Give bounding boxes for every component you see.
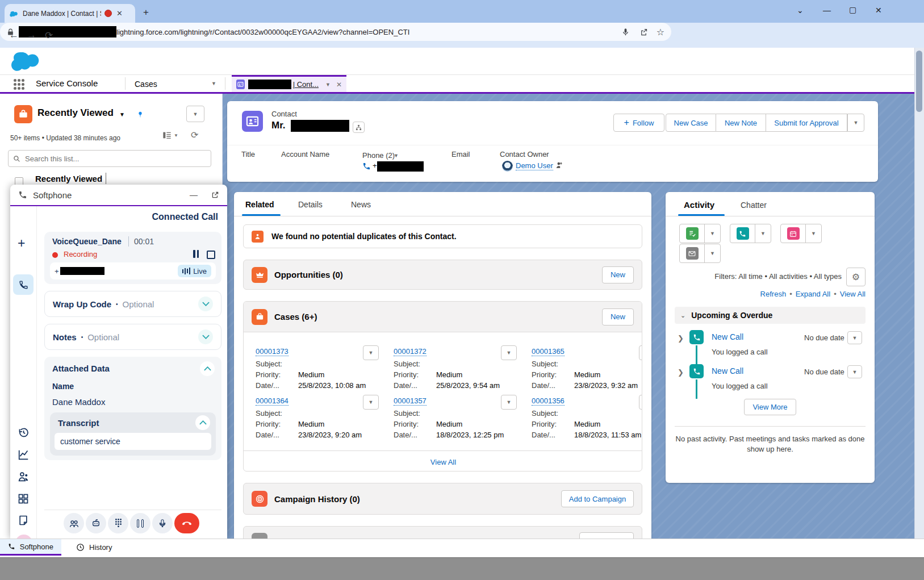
notes-expand-chevron-icon[interactable] xyxy=(198,329,213,344)
partial-section-button[interactable] xyxy=(579,532,634,539)
softphone-header[interactable]: Softphone — xyxy=(10,185,227,206)
dialpad-icon[interactable] xyxy=(108,513,128,533)
browser-tab[interactable]: Dane Maddox | Contact | Sal ✕ xyxy=(5,4,135,23)
rail-history-icon[interactable] xyxy=(18,427,30,439)
pin-icon[interactable] xyxy=(133,107,148,122)
campaign-history-title[interactable]: Campaign History (0) xyxy=(274,494,360,504)
owner-link[interactable]: Demo User xyxy=(516,161,553,170)
submit-for-approval-button[interactable]: Submit for Approval xyxy=(766,114,847,132)
activity-filter-gear-icon[interactable]: ⚙ xyxy=(846,268,866,286)
reload-icon[interactable]: ⟳ xyxy=(45,30,53,41)
case-row-actions[interactable]: ▼ xyxy=(501,345,517,360)
cases-view-all-link[interactable]: View All xyxy=(430,458,456,466)
new-task-button-group[interactable]: ▼ xyxy=(679,224,721,243)
tab-activity[interactable]: Activity xyxy=(684,200,714,210)
new-task-dropdown-icon[interactable]: ▼ xyxy=(705,224,720,243)
email-button-group[interactable]: ▼ xyxy=(679,244,721,263)
back-icon[interactable]: ← xyxy=(9,30,19,41)
add-to-campaign-button[interactable]: Add to Campaign xyxy=(561,490,634,507)
tab-chatter[interactable]: Chatter xyxy=(741,201,767,210)
hold-pause-icon[interactable] xyxy=(130,513,150,533)
view-more-button[interactable]: View More xyxy=(744,399,796,415)
wrapup-expand-chevron-icon[interactable] xyxy=(198,297,213,311)
campaign-history-section[interactable]: Campaign History (0) Add to Campaign xyxy=(243,483,642,515)
agent-avatar[interactable]: DM xyxy=(15,535,32,539)
more-actions-chevron-icon[interactable]: ▼ xyxy=(847,114,864,132)
mute-mic-icon[interactable] xyxy=(152,513,173,533)
case-link[interactable]: 00001372 xyxy=(394,347,427,356)
list-view-chevron-icon[interactable]: ▼ xyxy=(119,111,125,118)
case-row-actions[interactable]: ▼ xyxy=(501,395,517,410)
activity-item-title[interactable]: New Call xyxy=(712,332,743,341)
opportunities-section[interactable]: Opportunities (0) New xyxy=(243,260,642,290)
tab-details[interactable]: Details xyxy=(298,200,323,209)
utility-history-tab[interactable]: History xyxy=(70,539,118,556)
tab-related[interactable]: Related xyxy=(245,200,274,209)
log-call-dropdown-icon[interactable]: ▼ xyxy=(755,224,771,243)
activity-item-actions[interactable]: ▼ xyxy=(847,365,862,378)
log-call-button[interactable] xyxy=(730,224,755,243)
case-row-actions[interactable]: ▼ xyxy=(639,395,642,410)
new-case-section-button[interactable]: New xyxy=(602,308,634,326)
app-launcher-icon[interactable] xyxy=(14,79,24,90)
expand-all-link[interactable]: Expand All xyxy=(796,290,830,298)
case-row-actions[interactable]: ▼ xyxy=(639,345,642,360)
change-owner-icon[interactable] xyxy=(555,161,563,169)
refresh-link[interactable]: Refresh xyxy=(760,290,787,298)
end-call-button[interactable] xyxy=(174,513,199,533)
section-collapse-chevron-icon[interactable]: ⌄ xyxy=(680,312,685,319)
phone-dropdown-chevron-icon[interactable]: ▼ xyxy=(394,153,399,158)
new-case-button[interactable]: New Case xyxy=(666,114,716,132)
new-task-button[interactable] xyxy=(680,224,705,243)
pause-recording-icon[interactable] xyxy=(193,250,199,258)
new-opportunity-button[interactable]: New xyxy=(602,266,634,283)
softphone-popout-icon[interactable] xyxy=(211,191,219,199)
timeline-expand-chevron-icon[interactable]: ❯ xyxy=(678,368,684,377)
refresh-list-icon[interactable]: ⟳ xyxy=(191,130,198,140)
workspace-tab-contact[interactable]: | Cont... ▼ ✕ xyxy=(232,75,346,92)
rail-apps-icon[interactable] xyxy=(18,493,29,504)
cases-title[interactable]: Cases (6+) xyxy=(274,312,317,322)
new-event-button-group[interactable]: ▼ xyxy=(780,224,822,243)
page-scrollbar[interactable] xyxy=(914,48,924,557)
list-view-title[interactable]: Recently Viewed xyxy=(37,107,114,119)
utility-softphone-tab[interactable]: Softphone xyxy=(0,539,61,556)
new-note-button[interactable]: New Note xyxy=(716,114,766,132)
email-button[interactable] xyxy=(680,244,705,262)
new-call-plus-icon[interactable]: + xyxy=(18,236,25,251)
case-row-actions[interactable]: ▼ xyxy=(363,395,379,410)
case-link[interactable]: 00001357 xyxy=(394,397,427,406)
notes-section[interactable]: Notes • Optional xyxy=(44,324,221,350)
bookmark-star-icon[interactable]: ☆ xyxy=(657,27,664,37)
case-link[interactable]: 00001373 xyxy=(256,347,289,356)
tab-close-icon[interactable]: ✕ xyxy=(116,9,123,18)
nav-tab-cases-chevron-icon[interactable]: ▼ xyxy=(211,81,216,86)
softphone-minimize-icon[interactable]: — xyxy=(190,190,198,199)
list-view-controls-dropdown[interactable]: ▼ xyxy=(186,106,204,122)
bot-icon[interactable] xyxy=(86,513,106,533)
follow-button[interactable]: + Follow xyxy=(613,114,664,132)
activity-item-title[interactable]: New Call xyxy=(712,366,743,375)
workspace-tab-chevron-icon[interactable]: ▼ xyxy=(325,82,331,87)
rail-agents-icon[interactable] xyxy=(18,471,30,482)
email-dropdown-icon[interactable]: ▼ xyxy=(705,244,720,262)
attached-collapse-chevron-icon[interactable] xyxy=(200,361,215,376)
window-maximize-icon[interactable]: ▢ xyxy=(849,5,856,14)
view-hierarchy-icon[interactable] xyxy=(353,122,365,133)
rail-phone-icon[interactable] xyxy=(13,274,34,295)
case-link[interactable]: 00001356 xyxy=(532,397,565,406)
nav-tab-cases[interactable]: Cases xyxy=(135,80,157,89)
upcoming-overdue-header[interactable]: ⌄ Upcoming & Overdue xyxy=(675,307,866,324)
activity-item-actions[interactable]: ▼ xyxy=(847,331,862,344)
share-icon[interactable] xyxy=(639,28,648,36)
case-link[interactable]: 00001364 xyxy=(256,397,289,406)
conference-icon[interactable] xyxy=(64,513,84,533)
transcript-input[interactable] xyxy=(55,433,211,450)
page-scrollbar-thumb[interactable] xyxy=(916,51,922,112)
mic-icon[interactable] xyxy=(621,28,630,36)
workspace-tab-close-icon[interactable]: ✕ xyxy=(336,81,342,89)
forward-icon[interactable]: → xyxy=(27,30,36,41)
window-search-tabs-icon[interactable]: ⌄ xyxy=(797,6,804,15)
log-call-button-group[interactable]: ▼ xyxy=(730,224,771,243)
list-search-input[interactable] xyxy=(24,154,196,164)
